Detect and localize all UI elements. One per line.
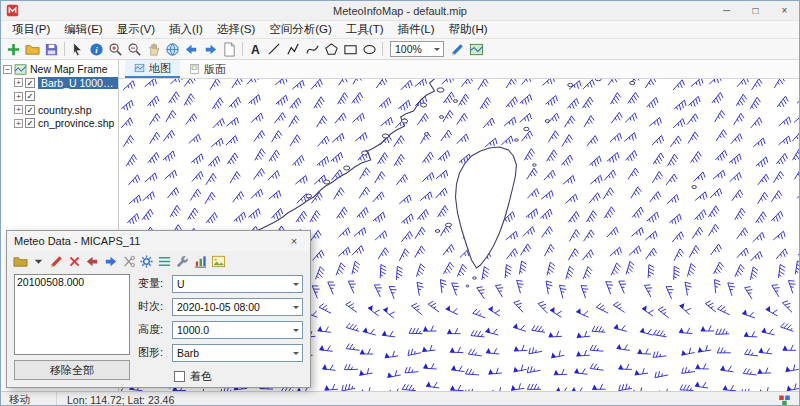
caret-down-icon (293, 352, 299, 358)
expand-icon[interactable]: + (14, 92, 23, 101)
toolbar-separator (64, 42, 65, 56)
layer-checkbox[interactable]: ✓ (25, 105, 35, 115)
shading-checkbox[interactable] (174, 371, 185, 382)
layer-checkbox[interactable]: ✓ (25, 91, 35, 101)
remove-data-icon[interactable] (65, 253, 83, 271)
settings-icon[interactable] (137, 253, 155, 271)
dialog-left-panel: 20100508.000 移除全部 (14, 274, 130, 380)
next-time-icon[interactable] (101, 253, 119, 271)
polygon-tool-icon[interactable] (322, 40, 341, 59)
layer-barb[interactable]: +✓Barb_U 1000.0 2020-1 (1, 77, 118, 90)
variable-field-combo[interactable]: U (172, 275, 303, 293)
edit-tool-icon[interactable] (448, 40, 467, 59)
collapse-icon[interactable]: − (3, 65, 12, 74)
map-frame-icon (14, 64, 27, 75)
menu-selection[interactable]: 选择(S) (210, 22, 262, 37)
status-mode: 移动 (1, 392, 57, 406)
open-data-file-icon[interactable] (11, 253, 29, 271)
minimize-button[interactable]: ─ (712, 1, 741, 20)
page-icon[interactable] (220, 40, 239, 59)
output-image-icon[interactable] (209, 253, 227, 271)
menu-help[interactable]: 帮助(H) (442, 22, 495, 37)
menu-plugins[interactable]: 插件(L) (391, 22, 442, 37)
file-list-item[interactable]: 20100508.000 (17, 276, 127, 289)
map-tab-icon (134, 63, 145, 73)
ellipse-tool-icon[interactable] (360, 40, 379, 59)
layer-country[interactable]: +✓country.shp (1, 104, 118, 117)
rectangle-tool-icon[interactable] (341, 40, 360, 59)
menu-tools[interactable]: 工具(T) (339, 22, 391, 37)
open-project-icon[interactable] (23, 40, 42, 59)
expand-icon[interactable]: + (14, 119, 23, 128)
level-field-combo[interactable]: 1000.0 (172, 321, 303, 339)
chart-icon[interactable] (191, 253, 209, 271)
window-title: MeteoInfoMap - default.mip (1, 5, 799, 17)
menu-view[interactable]: 显示(V) (110, 22, 162, 37)
polyline-tool-icon[interactable] (284, 40, 303, 59)
expand-icon[interactable]: + (14, 78, 23, 87)
pan-icon[interactable] (144, 40, 163, 59)
toolbar-separator (382, 42, 383, 56)
add-layer-icon[interactable] (4, 40, 23, 59)
dialog-title: Meteo Data - MICAPS_11 (14, 235, 140, 247)
time-field-value: 2020-10-05 08:00 (177, 301, 260, 313)
data-table-icon[interactable] (155, 253, 173, 271)
tab-map[interactable]: 地图 (125, 60, 180, 78)
graph-type-field-label: 图形: (138, 345, 172, 360)
previous-time-icon[interactable] (83, 253, 101, 271)
menu-project[interactable]: 项目(P) (5, 22, 57, 37)
titlebar[interactable]: MeteoInfoMap - default.mip ─ □ × (1, 1, 799, 21)
identify-icon[interactable]: i (87, 40, 106, 59)
toolbar-separator (242, 42, 243, 56)
layer-checkbox[interactable]: ✓ (25, 118, 35, 128)
zoom-level-combo[interactable]: 100% (390, 41, 444, 57)
data-file-list[interactable]: 20100508.000 (14, 274, 130, 355)
text-tool-icon[interactable]: A (246, 40, 265, 59)
layer-unnamed[interactable]: +✓ (1, 90, 118, 103)
caret-down-icon (293, 306, 299, 312)
menu-geoprocessing[interactable]: 空间分析(G) (262, 22, 339, 37)
line-tool-icon[interactable] (265, 40, 284, 59)
dialog-titlebar[interactable]: Meteo Data - MICAPS_11 × (7, 231, 310, 251)
layer-checkbox[interactable]: ✓ (25, 78, 35, 88)
tab-layout[interactable]: 版面 (180, 60, 235, 78)
new-layout-icon[interactable] (467, 40, 486, 59)
main-toolbar: iA100% (1, 39, 799, 60)
map-frame-node[interactable]: −New Map Frame (1, 63, 118, 76)
remove-all-button[interactable]: 移除全部 (14, 360, 130, 380)
caret-down-icon (434, 48, 440, 54)
layer-province[interactable]: +✓cn_province.shp (1, 117, 118, 130)
svg-text:A: A (251, 43, 260, 57)
curve-tool-icon[interactable] (303, 40, 322, 59)
status-bar: 移动 Lon: 114.72; Lat: 23.46 (1, 391, 799, 406)
graph-type-field-combo[interactable]: Barb (172, 344, 303, 362)
window-controls: ─ □ × (712, 1, 799, 20)
menu-insert[interactable]: 插入(I) (162, 22, 210, 37)
select-tool-icon[interactable] (68, 40, 87, 59)
zoom-in-icon[interactable] (106, 40, 125, 59)
shading-row: 着色 (138, 369, 303, 384)
status-logo-icon (778, 394, 791, 406)
time-field-combo[interactable]: 2020-10-05 08:00 (172, 298, 303, 316)
file-type-caret-icon[interactable] (29, 253, 47, 271)
zoom-next-icon[interactable] (201, 40, 220, 59)
draw-data-icon[interactable] (47, 253, 65, 271)
dialog-body: 20100508.000 移除全部 变量:U时次:2020-10-05 08:0… (7, 272, 310, 387)
expand-icon[interactable]: + (14, 105, 23, 114)
menu-bar: 项目(P)编辑(E)显示(V)插入(I)选择(S)空间分析(G)工具(T)插件(… (1, 21, 799, 39)
zoom-out-icon[interactable] (125, 40, 144, 59)
save-project-icon[interactable] (42, 40, 61, 59)
view-tabs: 地图 版面 (119, 60, 799, 79)
maximize-button[interactable]: □ (741, 1, 770, 20)
caret-down-icon (293, 283, 299, 289)
tools-icon[interactable] (173, 253, 191, 271)
zoom-previous-icon[interactable] (182, 40, 201, 59)
menu-edit[interactable]: 编辑(E) (57, 22, 109, 37)
section-icon[interactable] (119, 253, 137, 271)
level-field-label: 高度: (138, 322, 172, 337)
status-coordinates: Lon: 114.72; Lat: 23.46 (57, 394, 174, 406)
dialog-fields-panel: 变量:U时次:2020-10-05 08:00高度:1000.0图形:Barb … (130, 274, 303, 380)
dialog-close-icon[interactable]: × (285, 235, 303, 247)
close-button[interactable]: × (770, 1, 799, 20)
full-extent-icon[interactable] (163, 40, 182, 59)
